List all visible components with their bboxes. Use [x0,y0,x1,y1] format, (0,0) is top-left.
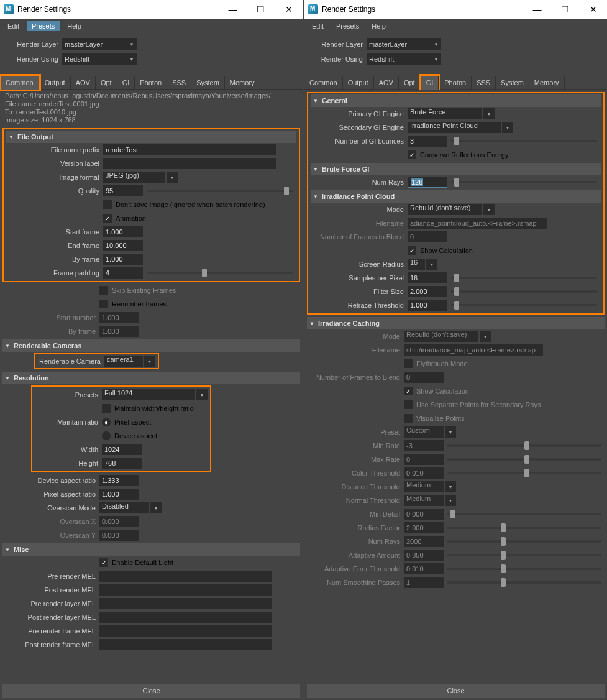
spp-input[interactable] [408,272,447,283]
panel-header-resolution[interactable]: ▼Resolution [2,372,300,384]
quality-input[interactable] [103,185,143,196]
menu-edit[interactable]: Edit [2,21,24,31]
bounces-input[interactable] [408,136,447,147]
pixel-aspect-input[interactable] [99,489,139,500]
tab-photon[interactable]: Photon [439,76,472,90]
panel-header-general[interactable]: ▼General [311,94,601,107]
dont-save-checkbox[interactable] [103,200,112,209]
tab-sss[interactable]: SSS [472,76,496,90]
primary-gi-select[interactable]: Brute Force [408,108,482,119]
close-button[interactable]: Close [307,684,605,698]
presets-select[interactable]: Full 1024 [102,389,195,400]
maximize-button[interactable]: ☐ [551,0,579,19]
pre-frame-mel-input[interactable] [99,625,272,637]
radius-input [404,522,444,533]
tab-opt[interactable]: Opt [96,76,117,90]
tab-aov[interactable]: AOV [374,76,399,90]
numrays-input[interactable]: 128 [408,177,447,188]
tab-system[interactable]: System [496,76,529,90]
panel-header-ipc[interactable]: ▼Irradiance Point Cloud [311,190,601,203]
maintain-wh-checkbox[interactable] [102,404,111,413]
start-frame-input[interactable] [103,226,143,237]
spp-slider[interactable] [451,277,597,279]
menu-presets[interactable]: Presets [331,21,364,31]
chevron-down-icon: ▼ [196,389,208,400]
render-layer-select[interactable]: masterLayer▼ [367,38,441,50]
skip-existing-checkbox[interactable] [99,286,108,295]
close-window-button[interactable]: ✕ [579,0,607,19]
file-prefix-input[interactable] [103,144,276,155]
ipc-showcalc-checkbox[interactable]: ✓ [408,246,416,255]
frame-padding-slider[interactable] [147,272,293,274]
retrace-slider[interactable] [451,304,597,306]
height-input[interactable] [102,458,142,469]
panel-header-bruteforce[interactable]: ▼Brute Force GI [311,163,601,175]
close-button[interactable]: Close [2,684,300,698]
screen-radius-select[interactable]: 16 [408,259,425,270]
tab-output[interactable]: Output [343,76,374,90]
tab-common[interactable]: Common [1,76,39,90]
tab-gi[interactable]: GI [117,76,135,90]
image-format-select[interactable]: JPEG (jpg) [103,172,165,183]
tab-sss[interactable]: SSS [167,76,191,90]
path-info: Path: C:/Users/rebus_agustin/Documents/R… [0,90,303,127]
tab-aov[interactable]: AOV [71,76,96,90]
retrace-input[interactable] [408,300,447,311]
render-using-select[interactable]: Redshift▼ [62,53,137,65]
tab-memory[interactable]: Memory [529,76,565,90]
ic-numrays-slider [447,540,601,543]
chevron-down-icon: ▼ [434,42,439,47]
filter-input[interactable] [408,286,447,297]
tabs-left: Common Output AOV Opt GI Photon SSS Syst… [0,76,303,90]
end-frame-input[interactable] [103,240,143,251]
quality-slider[interactable] [147,190,293,192]
filter-slider[interactable] [451,290,597,293]
frame-padding-input[interactable] [103,267,143,279]
tab-gi[interactable]: GI [421,76,439,90]
animation-checkbox[interactable]: ✓ [103,214,112,223]
tab-output[interactable]: Output [40,76,71,90]
secondary-gi-select[interactable]: Irradiance Point Cloud [408,122,501,133]
tab-memory[interactable]: Memory [225,76,260,90]
pre-render-mel-input[interactable] [99,571,272,582]
menu-help[interactable]: Help [62,21,86,31]
renumber-checkbox[interactable] [99,300,108,308]
color-thr-input [404,467,444,479]
conserve-checkbox[interactable]: ✓ [408,150,416,159]
tab-system[interactable]: System [191,76,225,90]
menu-help[interactable]: Help [367,21,391,31]
pixel-aspect-radio[interactable]: ● [102,418,111,426]
panel-header-cameras[interactable]: ▼Renderable Cameras [2,339,300,352]
post-frame-mel-input[interactable] [99,639,272,650]
render-using-select[interactable]: Redshift▼ [367,53,441,65]
render-layer-select[interactable]: masterLayer▼ [62,38,137,50]
enable-light-checkbox[interactable]: ✓ [99,558,108,567]
maximize-button[interactable]: ☐ [247,0,275,19]
device-aspect-radio[interactable] [102,431,111,440]
renderable-camera-select[interactable]: camera1 [104,356,143,367]
render-layer-label: Render Layer [2,40,62,48]
close-window-button[interactable]: ✕ [275,0,303,19]
tab-opt[interactable]: Opt [399,76,421,90]
tab-photon[interactable]: Photon [135,76,167,90]
menu-presets[interactable]: Presets [27,21,60,31]
minimize-button[interactable]: — [523,0,551,19]
panel-header-file-output[interactable]: ▼File Output [6,131,296,143]
device-aspect-input[interactable] [99,475,139,486]
bounces-slider[interactable] [451,140,597,142]
menu-edit[interactable]: Edit [307,21,329,31]
numrays-slider[interactable] [451,181,597,183]
post-layer-mel-input[interactable] [99,612,272,623]
ic-vis-checkbox [404,414,413,423]
panel-header-irrcache[interactable]: ▼Irradiance Caching [307,317,605,329]
ipc-mode-select[interactable]: Rebuild (don't save) [408,204,482,215]
pre-layer-mel-input[interactable] [99,598,272,609]
overscan-mode-select[interactable]: Disabled [99,502,149,513]
tab-common[interactable]: Common [304,76,343,90]
width-input[interactable] [102,444,142,455]
minimize-button[interactable]: — [219,0,247,19]
panel-header-misc[interactable]: ▼Misc [2,543,300,556]
post-render-mel-input[interactable] [99,584,272,596]
version-label-input[interactable] [103,158,276,169]
by-frame-input[interactable] [103,254,143,265]
